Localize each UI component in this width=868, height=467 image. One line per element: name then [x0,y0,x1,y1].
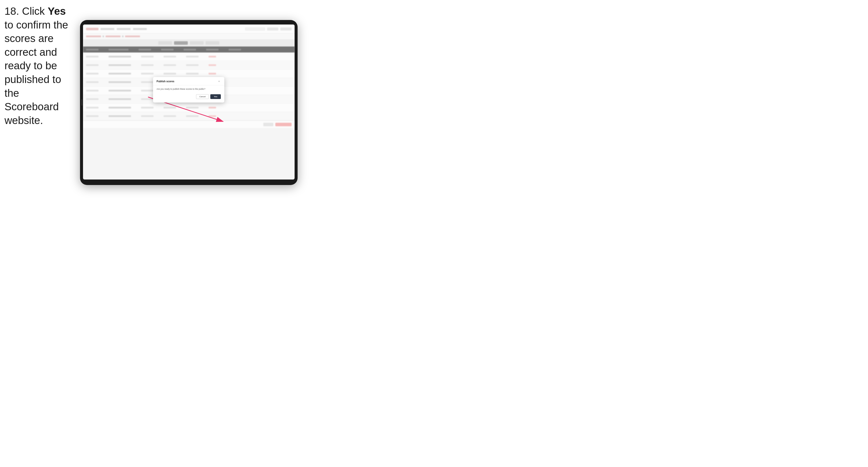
bg-td [86,90,98,92]
bg-td-name [108,90,131,92]
bg-table-row [83,69,294,78]
tablet-side-button [82,99,82,106]
bg-td-name [108,98,131,100]
bg-td [163,56,176,58]
bg-nav-item [100,28,114,30]
bg-td-red [209,73,216,74]
bg-td [86,81,98,83]
instruction-prefix: Click [19,5,48,17]
bg-td-name [108,115,131,117]
bg-td-red [209,115,216,117]
bg-search [245,28,265,31]
bg-td [186,56,198,58]
bg-table-header [83,46,294,53]
bg-td [86,115,98,117]
bg-nav-item [117,28,130,30]
bg-td-red [209,107,216,108]
bg-footer-cancel [263,123,273,126]
bg-sep [122,35,124,37]
bg-td [141,64,154,66]
bg-table-row [83,53,294,61]
bg-td [186,107,198,108]
bg-logo [86,28,98,30]
bg-action-btn [190,41,204,45]
modal-close-button[interactable]: × [217,80,221,83]
instruction-suffix: to confirm the scores are correct and re… [4,19,68,126]
modal-header: Publish scores × [153,77,224,85]
bg-td [86,98,98,100]
modal-actions: Cancel Yes [157,94,221,99]
bg-btn [267,28,278,31]
bg-nav-item [133,28,147,30]
bg-header [83,25,294,33]
instruction-bold: Yes [48,5,66,17]
bg-td [86,56,98,58]
bg-td [186,64,198,66]
bg-td [141,73,154,74]
bg-td [141,107,154,108]
bg-td-name [108,107,131,108]
modal-title: Publish scores [157,80,174,83]
bg-th [184,49,196,51]
bg-nav [100,28,243,30]
bg-th [206,49,219,51]
bg-footer [83,121,294,128]
step-number: 18. [4,5,19,17]
bg-td [186,73,198,74]
bg-breadcrumb [105,35,121,37]
bg-footer-publish [275,123,291,126]
bg-td-name [108,81,131,83]
bg-td [141,98,154,100]
bg-td-red [209,56,216,58]
publish-scores-modal: Publish scores × Are you ready to publis… [153,77,224,102]
bg-th [86,49,98,51]
bg-breadcrumb [86,35,101,37]
modal-message: Are you ready to publish these scores to… [157,88,221,91]
bg-td [163,115,176,117]
bg-td [141,115,154,117]
bg-th [138,49,151,51]
bg-td [163,73,176,74]
bg-td [86,107,98,108]
bg-td-name [108,56,131,58]
instruction-text: 18. Click Yes to confirm the scores are … [4,4,74,127]
bg-th-wide [108,49,128,51]
bg-td-name [108,73,131,74]
bg-actionbar [83,39,294,46]
bg-td [186,115,198,117]
bg-table-row [83,112,294,121]
bg-sep [102,35,104,37]
bg-th [228,49,241,51]
tablet-device: Publish scores × Are you ready to publis… [80,20,298,185]
bg-td [141,56,154,58]
bg-table-row [83,61,294,69]
tablet-screen: Publish scores × Are you ready to publis… [83,25,294,180]
bg-action-btn [158,41,172,45]
bg-btn [280,28,291,31]
bg-td [163,64,176,66]
bg-td-name [108,64,131,66]
modal-body: Are you ready to publish these scores to… [153,85,224,102]
bg-action-btn [206,41,219,45]
bg-action-btn-active [174,41,188,45]
bg-subheader [83,33,294,39]
bg-table-row [83,103,294,112]
yes-button[interactable]: Yes [210,94,221,99]
bg-td [163,107,176,108]
bg-breadcrumb [125,35,140,37]
bg-td [86,64,98,66]
bg-td [141,81,154,83]
cancel-button[interactable]: Cancel [196,94,209,99]
bg-td-red [209,64,216,66]
bg-td [141,90,154,92]
bg-td [86,73,98,74]
bg-th [161,49,174,51]
